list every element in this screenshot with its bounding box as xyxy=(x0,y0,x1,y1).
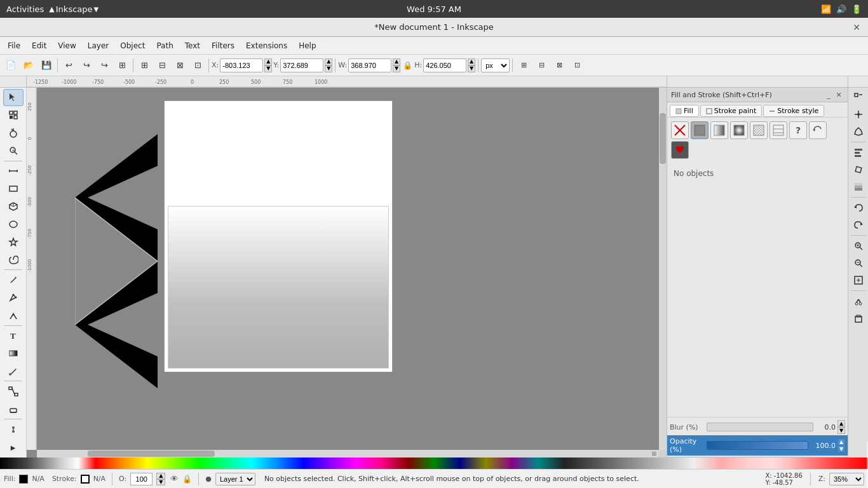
snap-button1[interactable]: ⊞ xyxy=(515,57,532,74)
activities-label[interactable]: Activities xyxy=(6,4,44,14)
eraser-tool[interactable] xyxy=(3,400,24,417)
calligraphy-tool[interactable] xyxy=(3,307,24,324)
rt-undo-button[interactable] xyxy=(850,200,867,216)
panel-minimize-button[interactable]: _ xyxy=(824,90,834,100)
menu-edit[interactable]: Edit xyxy=(27,40,51,51)
color-palette-bar[interactable] xyxy=(0,458,868,469)
node-tool[interactable] xyxy=(3,107,24,124)
align-center-button[interactable]: ⊟ xyxy=(154,57,170,74)
fill-flat-button[interactable] xyxy=(691,121,709,139)
gradient-tool[interactable] xyxy=(3,345,24,362)
menu-text[interactable]: Text xyxy=(180,40,205,51)
x-down[interactable]: ▼ xyxy=(264,65,272,72)
rt-layers-button[interactable] xyxy=(850,179,867,195)
status-opacity-down[interactable]: ▼ xyxy=(156,479,165,485)
menu-object[interactable]: Object xyxy=(115,40,150,51)
v-scrollbar[interactable] xyxy=(659,88,667,450)
menu-path[interactable]: Path xyxy=(151,40,178,51)
h-spinner[interactable]: ▲ ▼ xyxy=(468,58,475,72)
redo-button[interactable]: ↪ xyxy=(78,57,95,74)
select-tool[interactable] xyxy=(3,89,24,106)
h-input[interactable] xyxy=(423,58,466,72)
lock-aspect-button[interactable]: 🔒 xyxy=(402,60,413,71)
status-opacity-up[interactable]: ▲ xyxy=(156,473,165,479)
fill-linear-button[interactable] xyxy=(710,121,728,139)
h-down[interactable]: ▼ xyxy=(468,65,475,72)
tweak-tool[interactable] xyxy=(3,125,24,142)
rt-align-button[interactable] xyxy=(850,144,867,161)
connector-tool[interactable] xyxy=(3,383,24,400)
panel-close-button[interactable]: ✕ xyxy=(834,90,844,100)
fill-solid-button[interactable] xyxy=(671,141,689,159)
align-left-button[interactable]: ⊞ xyxy=(136,57,153,74)
rt-cut-button[interactable] xyxy=(850,293,867,309)
y-spinner[interactable]: ▲ ▼ xyxy=(325,58,332,72)
pencil-tool[interactable] xyxy=(3,271,24,288)
rt-zoomout-button[interactable] xyxy=(850,255,867,271)
dropper-tool[interactable] xyxy=(3,362,24,379)
open-button[interactable]: 📂 xyxy=(20,57,37,74)
status-opacity-spinner[interactable]: ▲ ▼ xyxy=(156,473,165,485)
x-input[interactable] xyxy=(220,58,263,72)
unit-select[interactable]: px mm cm in xyxy=(481,58,510,72)
pen-tool[interactable] xyxy=(3,289,24,306)
rt-snap3-button[interactable] xyxy=(850,123,867,140)
rt-snap-button[interactable] xyxy=(850,89,867,105)
opacity-down[interactable]: ▼ xyxy=(837,445,845,452)
menu-filters[interactable]: Filters xyxy=(207,40,240,51)
blur-down[interactable]: ▼ xyxy=(837,427,845,434)
inkscape-app-label[interactable]: ▲ Inkscape ▼ xyxy=(49,4,98,14)
new-doc-button[interactable]: 📄 xyxy=(3,57,19,74)
fill-unknown-button[interactable]: ? xyxy=(789,121,807,139)
y-up[interactable]: ▲ xyxy=(325,58,332,65)
y-input[interactable] xyxy=(280,58,323,72)
status-opacity-input[interactable] xyxy=(130,473,153,485)
w-input[interactable] xyxy=(348,58,391,72)
extra-tool[interactable] xyxy=(3,421,24,438)
opacity-slider[interactable] xyxy=(707,441,808,450)
y-down[interactable]: ▼ xyxy=(325,65,332,72)
layer-select[interactable]: Layer 1 xyxy=(215,473,255,485)
3dbox-tool[interactable] xyxy=(3,198,24,215)
rt-zoomfit-button[interactable] xyxy=(850,272,867,288)
tab-fill[interactable]: Fill xyxy=(670,105,699,117)
spiral-tool[interactable] xyxy=(3,251,24,268)
redo2-button[interactable]: ↪ xyxy=(96,57,112,74)
h-scroll-thumb[interactable] xyxy=(88,451,215,457)
snap-button4[interactable]: ⊡ xyxy=(569,57,585,74)
snap-button3[interactable]: ⊠ xyxy=(551,57,567,74)
distribute-button[interactable]: ⊡ xyxy=(189,57,206,74)
rt-zoomin-button[interactable] xyxy=(850,238,867,254)
snap-button2[interactable]: ⊟ xyxy=(533,57,550,74)
opacity-spinner[interactable]: ▲ ▼ xyxy=(837,438,845,452)
zoom-select[interactable]: 35% 50% 75% 100% xyxy=(829,473,864,485)
x-spinner[interactable]: ▲ ▼ xyxy=(264,58,272,72)
fill-radial-button[interactable] xyxy=(730,121,748,139)
opacity-up[interactable]: ▲ xyxy=(837,438,845,445)
menu-view[interactable]: View xyxy=(53,40,81,51)
h-scrollbar[interactable]: ⊞ xyxy=(37,450,659,458)
v-scroll-thumb[interactable] xyxy=(660,113,666,164)
fill-pattern-button[interactable] xyxy=(750,121,768,139)
x-up[interactable]: ▲ xyxy=(264,58,272,65)
menu-file[interactable]: File xyxy=(3,40,25,51)
blur-up[interactable]: ▲ xyxy=(837,420,845,427)
star-tool[interactable] xyxy=(3,233,24,250)
tab-stroke-style[interactable]: Stroke style xyxy=(763,105,824,117)
zoom-fit-button[interactable]: ⊞ xyxy=(114,57,130,74)
ellipse-tool[interactable] xyxy=(3,215,24,233)
measure-tool[interactable] xyxy=(3,163,24,180)
tab-stroke-paint[interactable]: Stroke paint xyxy=(700,105,763,117)
rt-transform-button[interactable] xyxy=(850,161,867,178)
align-right-button[interactable]: ⊠ xyxy=(172,57,188,74)
rt-redo-button[interactable] xyxy=(850,217,867,233)
rt-snap2-button[interactable] xyxy=(850,106,867,123)
w-spinner[interactable]: ▲ ▼ xyxy=(393,58,400,72)
menu-layer[interactable]: Layer xyxy=(83,40,114,51)
rect-tool[interactable] xyxy=(3,180,24,197)
save-button[interactable]: 💾 xyxy=(38,57,55,74)
expand-tools-button[interactable]: ▶ xyxy=(3,439,24,456)
text-tool[interactable]: T xyxy=(3,327,24,344)
fill-none-button[interactable] xyxy=(671,121,689,139)
close-button[interactable]: ✕ xyxy=(851,22,862,32)
